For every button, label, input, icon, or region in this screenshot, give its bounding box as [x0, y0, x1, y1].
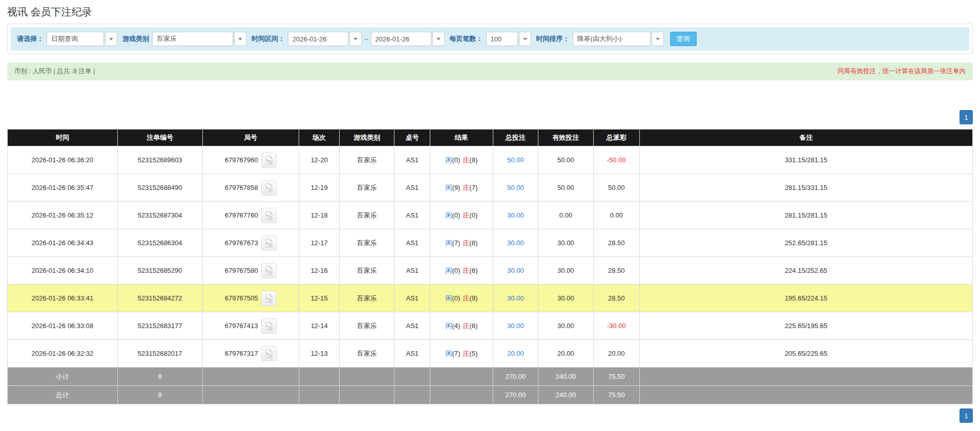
remark-cell: 331.15/281.15	[639, 146, 972, 174]
total-bet-link[interactable]: 30.00	[507, 239, 524, 247]
table-row: 2026-01-26 06:33:08523152683177679767413…	[8, 312, 973, 340]
footer-valid-bet-cell: 240.00	[538, 368, 593, 386]
video-file-icon	[264, 321, 273, 331]
result-player-score: (0)	[452, 267, 460, 274]
footer-total-bet-cell: 270.00	[493, 368, 538, 386]
query-type-select[interactable]: 日期查询	[47, 32, 117, 46]
result-player-score: (7)	[452, 239, 460, 247]
game-type-cell: 百家乐	[340, 285, 394, 312]
footer-payout-cell: 75.50	[593, 386, 639, 404]
query-type-dropdown-arrow[interactable]	[105, 32, 117, 46]
result-player-label: 闲	[445, 350, 452, 357]
filter-bar: 请选择： 日期查询 游戏类别 百家乐 时间区间： 2026-01-26 ~ 20…	[11, 27, 969, 51]
bet-number-cell: 523152683177	[117, 312, 202, 340]
table-row: 2026-01-26 06:33:41523152684272679767505…	[8, 285, 973, 312]
session-cell: 12-15	[299, 285, 339, 312]
subtotal-row: 小计8270.00240.0075.50	[8, 368, 973, 386]
total-bet-link[interactable]: 30.00	[507, 267, 524, 274]
video-file-icon	[264, 211, 273, 220]
total-bet-link[interactable]: 50.00	[507, 184, 524, 191]
remark-cell: 252.65/281.15	[639, 229, 972, 257]
result-banker-score: (6)	[469, 267, 477, 274]
video-replay-button[interactable]	[261, 153, 277, 168]
bet-number-cell: 523152684272	[117, 285, 202, 312]
session-cell: 12-19	[299, 174, 339, 202]
total-bet-link[interactable]: 30.00	[507, 294, 524, 302]
chevron-down-icon	[238, 38, 242, 40]
date-to-value: 2026-01-26	[371, 32, 431, 46]
total-bet-link[interactable]: 50.00	[507, 156, 524, 164]
round-cell: 679767317	[202, 340, 299, 368]
game-type-select[interactable]: 百家乐	[152, 32, 246, 46]
video-file-icon	[264, 156, 273, 165]
round-number: 679767580	[225, 267, 258, 274]
video-replay-button[interactable]	[261, 318, 277, 334]
video-replay-button[interactable]	[261, 235, 277, 251]
page-size-dropdown-arrow[interactable]	[519, 32, 531, 46]
date-to-select[interactable]: 2026-01-26	[371, 32, 445, 46]
sort-order-select[interactable]: 降幂(由大到小)	[573, 32, 664, 46]
remark-cell: 224.15/252.65	[639, 257, 972, 285]
chevron-down-icon	[523, 38, 527, 40]
date-from-dropdown-arrow[interactable]	[349, 32, 362, 46]
total-bet-link[interactable]: 30.00	[507, 211, 524, 219]
round-number: 679767760	[225, 211, 258, 219]
result-player-score: (4)	[452, 322, 460, 330]
result-banker-label: 庄	[463, 184, 469, 191]
valid-bet-cell: 30.00	[538, 229, 593, 257]
result-cell: 闲(4)庄(6)	[430, 312, 493, 340]
game-type-label: 游戏类别	[122, 34, 149, 44]
chevron-down-icon	[353, 38, 358, 40]
date-from-select[interactable]: 2026-01-26	[288, 32, 362, 46]
total-bet-link[interactable]: 20.00	[507, 350, 524, 357]
table-body: 2026-01-26 06:36:20523152689603679767960…	[8, 146, 973, 368]
query-button[interactable]: 查询	[670, 32, 697, 46]
time-range-label: 时间区间：	[252, 34, 285, 44]
table-number-cell: AS1	[394, 285, 430, 312]
total-bet-link[interactable]: 30.00	[507, 322, 524, 330]
round-number: 679767858	[225, 184, 258, 191]
result-cell: 闲(0)庄(6)	[430, 257, 493, 285]
grand-total-row: 总计8270.00240.0075.50	[8, 386, 973, 404]
summary-notice: 同局有效投注，统一计算在该局第一张注单内	[838, 67, 966, 76]
valid-bet-cell: 30.00	[538, 312, 593, 340]
time-cell: 2026-01-26 06:34:43	[8, 229, 118, 257]
video-replay-button[interactable]	[261, 263, 277, 278]
result-cell: 闲(9)庄(7)	[430, 174, 493, 202]
result-banker-label: 庄	[463, 322, 469, 330]
result-banker-score: (9)	[469, 294, 477, 302]
result-banker-score: (6)	[469, 322, 477, 330]
page-size-select[interactable]: 100	[486, 32, 531, 46]
table-row: 2026-01-26 06:34:10523152685290679767580…	[8, 257, 973, 285]
page-title: 视讯 会员下注纪录	[7, 5, 973, 18]
round-number: 679767673	[225, 239, 258, 247]
result-banker-label: 庄	[463, 267, 469, 274]
video-file-icon	[264, 294, 273, 303]
table-number-cell: AS1	[394, 340, 430, 368]
video-replay-button[interactable]	[261, 291, 277, 306]
sort-order-value: 降幂(由大到小)	[573, 32, 651, 46]
date-to-dropdown-arrow[interactable]	[432, 32, 445, 46]
video-replay-button[interactable]	[261, 346, 277, 361]
footer-count-cell: 8	[117, 386, 202, 404]
video-replay-button[interactable]	[261, 180, 277, 196]
video-replay-button[interactable]	[261, 208, 277, 223]
result-player-label: 闲	[445, 294, 452, 302]
chevron-down-icon	[656, 38, 660, 40]
result-banker-label: 庄	[463, 156, 469, 164]
video-file-icon	[264, 266, 273, 275]
table-number-cell: AS1	[394, 202, 430, 229]
total-bet-cell: 30.00	[493, 312, 538, 340]
pagination-page-button[interactable]: 1	[960, 110, 973, 124]
total-bet-cell: 30.00	[493, 257, 538, 285]
column-header: 注单编号	[117, 130, 202, 146]
table-number-cell: AS1	[394, 229, 430, 257]
sort-order-dropdown-arrow[interactable]	[652, 32, 664, 46]
pagination-top: 1	[7, 110, 973, 124]
time-cell: 2026-01-26 06:35:12	[8, 202, 118, 229]
round-cell: 679767960	[202, 146, 299, 174]
result-player-label: 闲	[445, 322, 452, 330]
game-type-dropdown-arrow[interactable]	[234, 32, 246, 46]
pagination-page-button[interactable]: 1	[960, 408, 973, 423]
total-bet-cell: 30.00	[493, 202, 538, 229]
